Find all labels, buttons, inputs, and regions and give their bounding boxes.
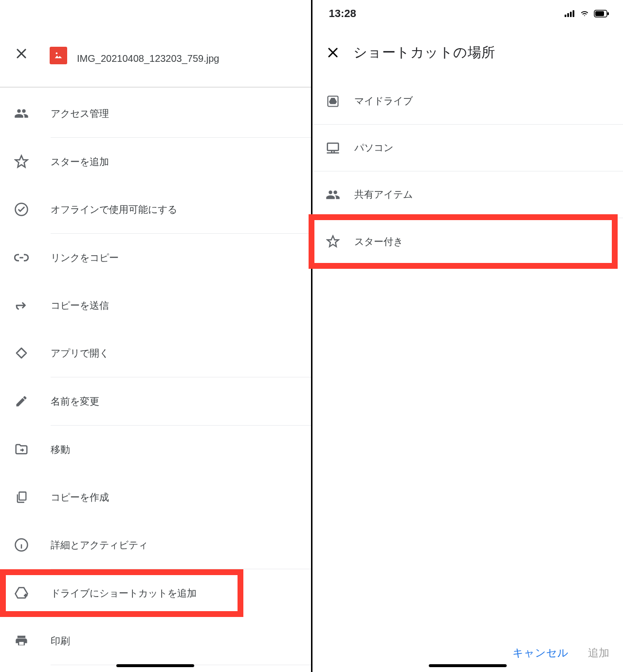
location-list: マイドライブ パソコン 共有アイテム スター付き bbox=[312, 78, 623, 265]
menu-item-star[interactable]: スターを追加 bbox=[0, 138, 311, 186]
image-file-icon bbox=[50, 47, 67, 64]
cancel-button[interactable]: キャンセル bbox=[513, 646, 568, 660]
menu-item-move[interactable]: 移動 bbox=[0, 426, 311, 473]
svg-rect-5 bbox=[568, 13, 569, 17]
menu-item-send[interactable]: コピーを送信 bbox=[0, 281, 311, 329]
open-in-icon bbox=[11, 342, 32, 364]
location-item-shared[interactable]: 共有アイテム bbox=[312, 171, 623, 218]
computer-icon bbox=[323, 138, 343, 158]
menu-item-copy[interactable]: コピーを作成 bbox=[0, 473, 311, 521]
menu-label: アクセス管理 bbox=[51, 107, 109, 120]
location-label: マイドライブ bbox=[354, 94, 413, 108]
right-pane: 13:28 ショートカットの場所 マイドライブ パソコン 共有アイテム スター付… bbox=[312, 0, 623, 672]
copy-icon bbox=[11, 486, 32, 508]
drive-icon bbox=[323, 92, 343, 111]
svg-point-0 bbox=[56, 53, 58, 55]
left-pane: IMG_20210408_123203_759.jpg アクセス管理 スターを追… bbox=[0, 0, 311, 672]
link-icon bbox=[11, 247, 32, 268]
menu-item-rename[interactable]: 名前を変更 bbox=[0, 377, 311, 425]
group-icon bbox=[323, 185, 343, 205]
svg-rect-12 bbox=[327, 143, 338, 150]
drive-add-icon bbox=[11, 582, 32, 604]
check-circle-icon bbox=[11, 199, 32, 220]
svg-rect-7 bbox=[573, 10, 575, 17]
svg-rect-4 bbox=[565, 15, 567, 17]
cellular-icon bbox=[565, 10, 575, 17]
menu-item-shortcut[interactable]: ドライブにショートカットを追加 bbox=[0, 569, 243, 617]
star-outline-icon bbox=[11, 151, 32, 172]
file-name: IMG_20210408_123203_759.jpg bbox=[77, 53, 219, 64]
svg-rect-9 bbox=[595, 11, 604, 16]
home-indicator[interactable] bbox=[116, 664, 194, 667]
menu-label: コピーを送信 bbox=[51, 299, 109, 312]
menu-label: リンクをコピー bbox=[51, 251, 119, 264]
screen-title: ショートカットの場所 bbox=[353, 43, 495, 62]
wifi-icon bbox=[579, 10, 590, 18]
battery-icon bbox=[594, 10, 609, 18]
close-icon bbox=[15, 47, 28, 60]
status-bar: 13:28 bbox=[312, 0, 623, 27]
menu-item-offline[interactable]: オフラインで使用可能にする bbox=[0, 186, 311, 233]
menu-label: ドライブにショートカットを追加 bbox=[51, 587, 197, 600]
print-icon bbox=[11, 630, 32, 652]
add-button[interactable]: 追加 bbox=[588, 646, 609, 660]
location-item-starred[interactable]: スター付き bbox=[312, 218, 614, 265]
location-item-computer[interactable]: パソコン bbox=[312, 125, 623, 171]
send-arrow-icon bbox=[11, 295, 32, 316]
close-icon bbox=[326, 46, 340, 59]
menu-label: アプリで開く bbox=[51, 347, 109, 360]
menu-item-print[interactable]: 印刷 bbox=[0, 617, 311, 665]
pencil-icon bbox=[11, 391, 32, 412]
menu-label: 名前を変更 bbox=[51, 395, 99, 408]
file-header: IMG_20210408_123203_759.jpg bbox=[0, 0, 311, 88]
file-actions-list: アクセス管理 スターを追加 オフラインで使用可能にする リンクをコピー コピーを… bbox=[0, 88, 311, 672]
svg-rect-6 bbox=[570, 12, 572, 17]
menu-label: 詳細とアクティビティ bbox=[51, 539, 148, 552]
close-button[interactable] bbox=[11, 43, 32, 64]
status-time: 13:28 bbox=[329, 7, 356, 20]
shortcut-location-header: ショートカットの場所 bbox=[312, 27, 623, 78]
menu-label: 印刷 bbox=[51, 635, 70, 648]
location-item-mydrive[interactable]: マイドライブ bbox=[312, 78, 623, 125]
menu-item-link[interactable]: リンクをコピー bbox=[0, 234, 311, 281]
menu-label: コピーを作成 bbox=[51, 491, 109, 504]
menu-label: スターを追加 bbox=[51, 155, 109, 168]
location-label: パソコン bbox=[354, 141, 393, 154]
folder-move-icon bbox=[11, 439, 32, 460]
location-label: 共有アイテム bbox=[354, 188, 413, 201]
dialog-actions: キャンセル 追加 bbox=[513, 646, 609, 660]
menu-item-details[interactable]: 詳細とアクティビティ bbox=[0, 521, 311, 569]
svg-rect-2 bbox=[19, 492, 26, 500]
info-icon bbox=[11, 534, 32, 556]
location-label: スター付き bbox=[354, 235, 403, 248]
star-outline-icon bbox=[323, 232, 343, 251]
menu-item-openin[interactable]: アプリで開く bbox=[0, 329, 311, 377]
menu-label: 移動 bbox=[51, 443, 70, 456]
menu-label: オフラインで使用可能にする bbox=[51, 203, 177, 216]
close-button[interactable] bbox=[323, 43, 343, 62]
home-indicator[interactable] bbox=[429, 664, 507, 667]
menu-item-access[interactable]: アクセス管理 bbox=[0, 90, 311, 137]
svg-rect-10 bbox=[607, 12, 609, 15]
group-icon bbox=[11, 103, 32, 124]
